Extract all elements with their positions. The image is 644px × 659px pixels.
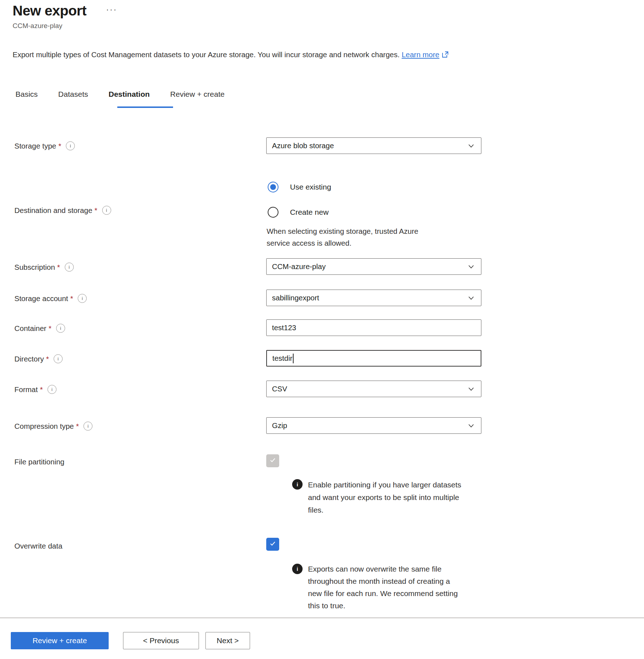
info-icon[interactable]: i [83,422,92,431]
info-icon[interactable]: i [78,294,87,303]
wizard-tabs: Basics Datasets Destination Review + cre… [15,90,225,104]
tab-destination[interactable]: Destination [109,90,150,104]
container-input[interactable]: test123 [266,319,481,336]
info-icon[interactable]: i [56,324,65,333]
compression-type-label: Compression type * i [14,422,92,431]
directory-input[interactable]: testdir [266,350,481,367]
overwrite-data-label: Overwrite data [14,542,62,550]
info-icon[interactable]: i [54,354,63,363]
tab-basics[interactable]: Basics [15,90,38,104]
checkmark-icon [269,540,277,549]
chevron-down-icon [466,384,476,396]
required-marker: * [40,385,43,394]
use-existing-radio[interactable] [268,182,278,192]
create-new-radio-label[interactable]: Create new [290,208,328,217]
tab-datasets[interactable]: Datasets [58,90,88,104]
chevron-down-icon [466,421,476,432]
new-export-page: New export ··· CCM-azure-play Export mul… [0,0,644,659]
file-partitioning-label: File partitioning [14,458,64,466]
storage-account-label: Storage account * i [14,294,87,303]
info-icon[interactable]: i [65,263,74,272]
file-partitioning-info-text: Enable partitioning if you have larger d… [308,478,461,516]
description-text: Export multiple types of Cost Management… [13,50,400,59]
external-link-icon[interactable] [441,51,449,60]
subscription-label: Subscription * i [14,263,74,272]
required-marker: * [58,142,61,150]
next-button[interactable]: Next > [205,632,250,649]
compression-type-dropdown[interactable]: Gzip [266,417,481,434]
required-marker: * [46,355,49,363]
storage-type-dropdown[interactable]: Azure blob storage [266,137,481,154]
required-marker: * [49,324,51,333]
subscription-dropdown[interactable]: CCM-azure-play [266,258,481,275]
info-icon[interactable]: i [47,385,56,394]
checkmark-icon [269,456,277,465]
storage-account-dropdown[interactable]: sabillingexport [266,290,481,306]
tab-review-create[interactable]: Review + create [170,90,225,104]
more-options-button[interactable]: ··· [106,5,117,14]
footer-divider [0,617,644,618]
learn-more-link[interactable]: Learn more [402,50,439,59]
required-marker: * [57,263,60,272]
page-subtitle: CCM-azure-play [13,22,62,30]
text-caret [293,354,294,363]
overwrite-data-checkbox[interactable] [266,538,279,551]
file-partitioning-checkbox [266,454,279,467]
info-icon[interactable]: i [102,206,111,215]
chevron-down-icon [466,262,476,273]
container-label: Container * i [14,324,65,333]
format-label: Format * i [14,385,56,394]
destination-and-storage-label: Destination and storage * i [14,206,111,215]
create-new-radio[interactable] [268,207,278,218]
required-marker: * [76,422,79,431]
info-icon[interactable]: i [66,141,75,150]
page-title: New export [13,3,86,19]
chevron-down-icon [466,141,476,153]
destination-helper-text: When selecting existing storage, trusted… [267,225,418,249]
directory-label: Directory * i [14,354,63,363]
use-existing-radio-label[interactable]: Use existing [290,183,331,191]
storage-type-label: Storage type * i [14,141,75,150]
info-bubble-icon: i [292,564,303,574]
required-marker: * [95,206,97,215]
format-dropdown[interactable]: CSV [266,381,481,397]
page-description: Export multiple types of Cost Management… [13,50,449,60]
info-bubble-icon: i [292,479,303,490]
review-create-button[interactable]: Review + create [11,632,109,649]
chevron-down-icon [466,293,476,305]
required-marker: * [70,294,73,303]
previous-button[interactable]: < Previous [123,632,199,649]
active-tab-underline [117,106,173,108]
overwrite-data-info-text: Exports can now overwrite the same file … [308,563,458,612]
